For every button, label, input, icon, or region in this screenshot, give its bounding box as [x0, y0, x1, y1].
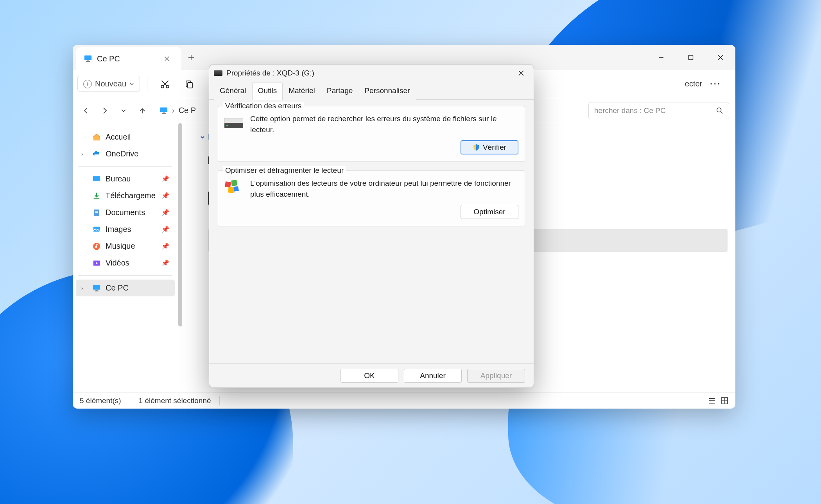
verify-button[interactable]: Vérifier — [461, 140, 518, 154]
divider — [219, 396, 220, 405]
status-bar: 5 élément(s) 1 élément sélectionné — [73, 392, 735, 409]
recent-button[interactable] — [117, 104, 131, 118]
pin-icon: 📌 — [161, 209, 169, 216]
dialog-titlebar: Propriétés de : XQD-3 (G:) — [209, 65, 534, 82]
optimize-button-label: Optimiser — [473, 208, 505, 216]
cancel-button[interactable]: Annuler — [404, 369, 462, 383]
shield-icon — [473, 144, 480, 151]
verify-button-label: Vérifier — [483, 143, 506, 152]
svg-rect-3 — [689, 56, 693, 60]
plus-circle-icon: + — [83, 80, 92, 88]
sidebar-item-music[interactable]: Musique 📌 — [76, 238, 175, 255]
sidebar-item-label: Documents — [106, 208, 145, 217]
new-button[interactable]: + Nouveau — [77, 76, 140, 92]
defrag-icon — [224, 179, 243, 194]
svg-rect-12 — [93, 176, 100, 181]
sidebar-item-videos[interactable]: Vidéos 📌 — [76, 255, 175, 271]
dialog-close-button[interactable] — [513, 67, 529, 79]
forward-button[interactable] — [98, 104, 112, 118]
document-icon — [92, 208, 101, 217]
details-view-button[interactable] — [721, 397, 728, 405]
error-check-group: Vérification des erreurs Cette option pe… — [218, 106, 525, 162]
svg-rect-40 — [231, 180, 237, 186]
sidebar-separator — [78, 275, 172, 276]
view-toggles — [708, 397, 728, 405]
scrollbar-thumb[interactable] — [178, 123, 182, 326]
group-title: Optimiser et défragmenter le lecteur — [223, 166, 346, 175]
dialog-tabs: Général Outils Matériel Partage Personna… — [209, 82, 534, 100]
video-icon — [92, 259, 101, 267]
svg-rect-19 — [93, 285, 100, 289]
sidebar-item-label: Images — [106, 225, 131, 234]
pin-icon: 📌 — [161, 226, 169, 233]
search-icon — [716, 107, 723, 114]
divider — [147, 77, 147, 91]
monitor-icon — [84, 54, 92, 63]
sidebar-separator — [78, 166, 172, 167]
sidebar-item-downloads[interactable]: Téléchargeme 📌 — [76, 187, 175, 204]
address-bar[interactable]: › Ce P — [154, 104, 201, 117]
maximize-button[interactable] — [676, 45, 706, 70]
svg-rect-36 — [224, 118, 243, 124]
tab-tools[interactable]: Outils — [252, 82, 283, 100]
sidebar-item-onedrive[interactable]: › OneDrive — [76, 145, 175, 162]
group-title: Vérification des erreurs — [223, 102, 304, 110]
more-button[interactable]: ··· — [710, 79, 721, 88]
svg-rect-21 — [95, 291, 99, 291]
tab-sharing[interactable]: Partage — [321, 82, 359, 100]
sidebar-item-label: OneDrive — [106, 149, 138, 158]
divider — [130, 396, 130, 405]
svg-rect-9 — [163, 112, 165, 113]
optimize-button[interactable]: Optimiser — [461, 205, 518, 219]
breadcrumb-separator: › — [172, 106, 175, 115]
sidebar-item-desktop[interactable]: Bureau 📌 — [76, 170, 175, 187]
list-view-button[interactable] — [708, 397, 716, 405]
properties-dialog: Propriétés de : XQD-3 (G:) Général Outil… — [209, 64, 534, 388]
tab-hardware[interactable]: Matériel — [283, 82, 321, 100]
status-selection: 1 élément sélectionné — [139, 396, 211, 405]
back-button[interactable] — [79, 104, 93, 118]
tab-customize[interactable]: Personnaliser — [359, 82, 416, 100]
toolbar-connect-label[interactable]: ecter — [685, 79, 702, 88]
download-icon — [92, 192, 101, 200]
cut-button[interactable] — [154, 76, 176, 92]
desktop-icon — [92, 175, 101, 183]
pin-icon: 📌 — [161, 192, 169, 199]
cancel-button-label: Annuler — [420, 371, 446, 380]
new-button-label: Nouveau — [95, 79, 126, 88]
copy-button[interactable] — [179, 76, 200, 92]
sidebar: Accueil › OneDrive Bureau 📌 Téléchargeme… — [73, 123, 178, 392]
chevron-right-icon: › — [81, 151, 88, 157]
svg-point-11 — [717, 108, 721, 112]
new-tab-button[interactable] — [181, 45, 201, 70]
sidebar-item-label: Bureau — [106, 174, 131, 183]
tab-close-button[interactable] — [162, 54, 172, 64]
apply-button-label: Appliquer — [480, 371, 512, 380]
drive-icon — [214, 70, 222, 76]
svg-rect-16 — [93, 226, 100, 231]
ok-button[interactable]: OK — [341, 369, 398, 383]
optimize-description: L'optimisation des lecteurs de votre ord… — [250, 178, 518, 199]
sidebar-item-label: Téléchargeme — [106, 191, 156, 200]
explorer-tab[interactable]: Ce PC — [76, 47, 181, 70]
breadcrumb-item[interactable]: Ce P — [179, 106, 196, 115]
tab-general[interactable]: Général — [214, 82, 252, 100]
sidebar-item-documents[interactable]: Documents 📌 — [76, 204, 175, 221]
svg-rect-7 — [188, 83, 192, 88]
monitor-icon — [92, 284, 101, 292]
svg-rect-8 — [160, 107, 167, 112]
dialog-footer: OK Annuler Appliquer — [209, 363, 534, 387]
sidebar-item-images[interactable]: Images 📌 — [76, 221, 175, 238]
svg-point-38 — [226, 125, 228, 126]
minimize-button[interactable] — [646, 45, 676, 70]
sidebar-item-this-pc[interactable]: › Ce PC — [76, 280, 175, 296]
pin-icon: 📌 — [161, 175, 169, 183]
dialog-title: Propriétés de : XQD-3 (G:) — [226, 69, 314, 77]
close-button[interactable] — [706, 45, 735, 70]
search-input[interactable]: hercher dans : Ce PC — [588, 102, 729, 119]
chevron-down-icon — [200, 135, 205, 140]
sidebar-item-home[interactable]: Accueil — [76, 129, 175, 145]
pin-icon: 📌 — [161, 259, 169, 267]
images-icon — [92, 225, 101, 234]
up-button[interactable] — [135, 104, 149, 118]
